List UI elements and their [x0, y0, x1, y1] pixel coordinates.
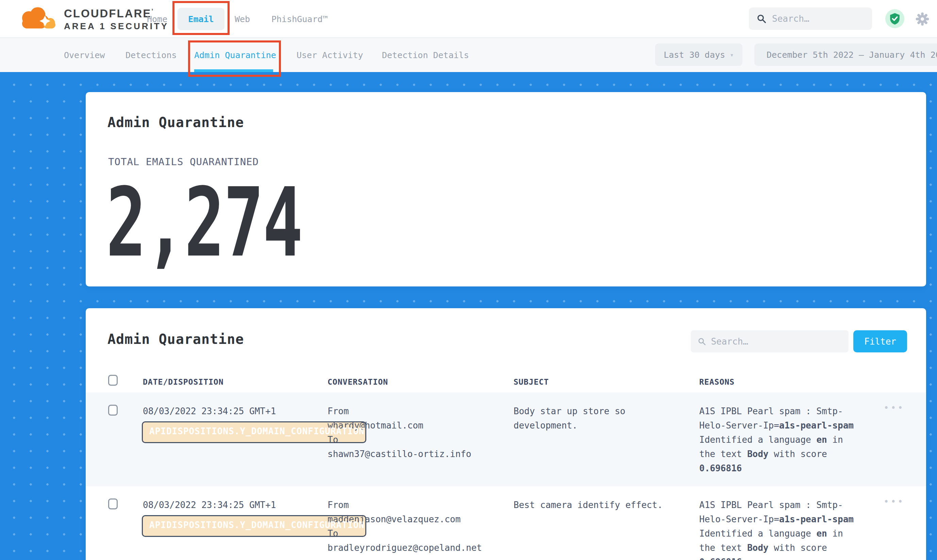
date-range-selector-label: Last 30 days	[664, 50, 725, 60]
table-search[interactable]	[691, 330, 849, 352]
date-range-display[interactable]: December 5th 2022 — January 4th 2023	[754, 43, 937, 66]
filter-button[interactable]: Filter	[853, 330, 907, 352]
table-body: 08/03/2022 23:34:25 GMT+1 APIDISPOSITION…	[86, 392, 926, 560]
table-header-row: DATE/DISPOSITION CONVERSATION SUBJECT RE…	[86, 369, 926, 392]
security-status-badge[interactable]	[885, 9, 905, 28]
page-background: Admin Quarantine TOTAL EMAILS QUARANTINE…	[0, 72, 937, 560]
table-row: 08/03/2022 23:34:25 GMT+1 APIDISPOSITION…	[86, 486, 926, 560]
row-subject: Best camera identify effect.	[514, 498, 673, 512]
cloudflare-cloud-icon	[18, 3, 58, 32]
select-all-checkbox[interactable]	[108, 375, 118, 386]
table-row: 08/03/2022 23:34:25 GMT+1 APIDISPOSITION…	[86, 392, 926, 486]
from-label: From	[327, 404, 503, 418]
from-label: From	[327, 498, 503, 512]
column-header-date-disposition: DATE/DISPOSITION	[143, 377, 224, 386]
global-search[interactable]	[749, 8, 872, 30]
email-subnav: Overview Detections Admin Quarantine Use…	[0, 38, 937, 72]
row-checkbox[interactable]	[108, 498, 118, 509]
search-icon	[698, 337, 706, 346]
summary-card: Admin Quarantine TOTAL EMAILS QUARANTINE…	[86, 92, 926, 286]
quarantine-table-card: Admin Quarantine Filter DATE/DISPOSITION…	[86, 308, 926, 560]
date-range-selector[interactable]: Last 30 days ▾	[655, 43, 742, 66]
tab-detections[interactable]: Detections	[125, 38, 177, 72]
cloudflare-logo: CLOUDFLARE’ AREA 1 SECURITY	[18, 3, 169, 32]
global-search-input[interactable]	[772, 14, 864, 24]
column-header-conversation: CONVERSATION	[327, 377, 388, 386]
nav-item-home[interactable]: Home	[147, 0, 167, 38]
tab-detection-details[interactable]: Detection Details	[382, 38, 469, 72]
table-card-title: Admin Quarantine	[108, 331, 244, 347]
tab-overview[interactable]: Overview	[64, 38, 105, 72]
tab-user-activity[interactable]: User Activity	[296, 38, 363, 72]
disposition-badge-label: APIDISPOSITIONS.Y_DOMAIN_CONFIGURATION	[149, 520, 364, 530]
nav-item-phishguard[interactable]: PhishGuard™	[272, 0, 328, 38]
to-address: bradleyrodriguez@copeland.net	[327, 541, 503, 555]
summary-card-title: Admin Quarantine	[108, 114, 244, 130]
metric-value: 2,274	[106, 175, 302, 270]
metric-label: TOTAL EMAILS QUARANTINED	[108, 156, 259, 168]
app-root: CLOUDFLARE’ AREA 1 SECURITY Home Email W…	[0, 0, 937, 560]
disposition-badge-label: APIDISPOSITIONS.Y_DOMAIN_CONFIGURATION	[149, 426, 364, 436]
shield-check-icon	[889, 12, 901, 25]
active-tab-underline	[194, 69, 273, 72]
to-address: shawn37@castillo-ortiz.info	[327, 447, 503, 461]
search-icon	[756, 14, 767, 24]
settings-button[interactable]	[915, 12, 930, 26]
row-subject: Body star up store so development.	[514, 404, 673, 432]
row-reasons: A1S IPBL Pearl spam : Smtp-Helo-Server-I…	[699, 498, 859, 560]
gear-icon	[915, 12, 930, 26]
table-search-input[interactable]	[711, 336, 842, 346]
chevron-down-icon: ▾	[730, 51, 733, 58]
tab-admin-quarantine[interactable]: Admin Quarantine	[194, 38, 276, 72]
row-date: 08/03/2022 23:34:25 GMT+1	[143, 498, 276, 512]
row-reasons: A1S IPBL Pearl spam : Smtp-Helo-Server-I…	[699, 404, 859, 475]
nav-item-web[interactable]: Web	[235, 0, 250, 38]
column-header-reasons: REASONS	[699, 377, 735, 386]
row-date: 08/03/2022 23:34:25 GMT+1	[143, 404, 276, 418]
row-more-options-icon[interactable]: •••	[884, 403, 905, 413]
row-checkbox[interactable]	[108, 405, 118, 415]
nav-item-email[interactable]: Email	[178, 8, 224, 30]
column-header-subject: SUBJECT	[514, 377, 549, 386]
top-header: CLOUDFLARE’ AREA 1 SECURITY Home Email W…	[0, 0, 937, 38]
row-more-options-icon[interactable]: •••	[884, 497, 905, 507]
